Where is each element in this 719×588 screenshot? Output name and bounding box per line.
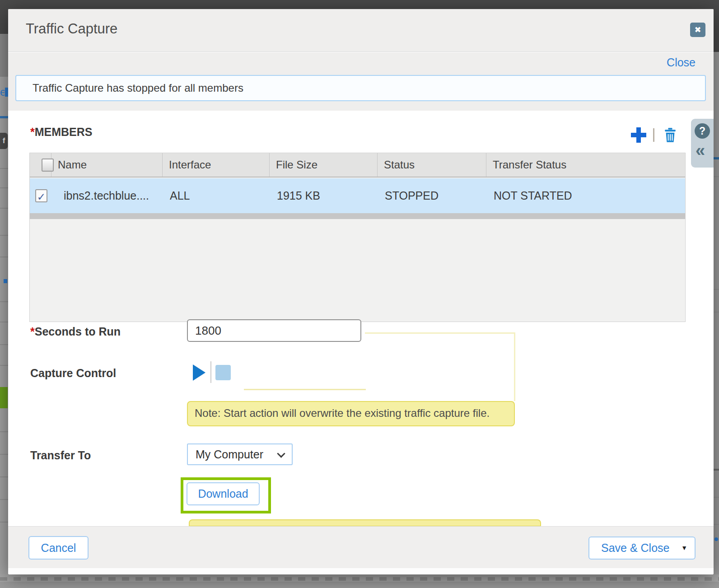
cancel-button[interactable]: Cancel [28, 536, 89, 560]
backdrop-fragment [714, 9, 719, 52]
caret-down-icon[interactable]: ▼ [681, 537, 687, 559]
backdrop-line [0, 187, 8, 188]
backdrop-fragment [714, 537, 718, 541]
backdrop-line [0, 208, 8, 209]
backdrop-line [0, 301, 8, 302]
backdrop-fragment [0, 387, 8, 408]
control-divider [210, 361, 211, 383]
required-marker: * [30, 325, 35, 338]
backdrop-dashed-line [0, 577, 719, 581]
backdrop-fragment [714, 52, 719, 574]
capture-control-label: Capture Control [30, 367, 116, 380]
transfer-to-select[interactable]: My Computer [187, 443, 293, 465]
download-button[interactable]: Download [187, 482, 260, 505]
toolbar-divider [653, 128, 654, 142]
members-table: Name Interface File Size Status Transfer… [29, 153, 686, 322]
overwrite-note: Note: Start action will overwrite the ex… [187, 401, 515, 426]
row-checkbox[interactable]: ✓ [35, 189, 47, 202]
backdrop-line [714, 524, 719, 525]
backdrop-line [0, 168, 8, 169]
cell-status: STOPPED [378, 178, 486, 213]
backdrop-fragment [4, 279, 7, 283]
backdrop-fragment [714, 469, 719, 471]
close-icon[interactable]: ✖ [690, 23, 705, 37]
backdrop-line [0, 257, 8, 257]
help-panel-tab: ? « [691, 119, 714, 168]
backdrop-line [0, 454, 8, 455]
add-member-icon[interactable] [631, 127, 646, 143]
column-header-name[interactable]: Name [51, 153, 163, 177]
backdrop-line [714, 289, 719, 290]
cell-file-size: 1915 KB [270, 178, 378, 213]
backdrop-fragment [0, 9, 8, 34]
chevron-down-icon [277, 449, 285, 457]
dialog-title: Traffic Capture [26, 21, 117, 37]
required-marker: * [30, 126, 35, 138]
clipped-note-top [189, 519, 541, 527]
backdrop-line [0, 476, 8, 477]
members-label-text: MEMBERS [35, 126, 93, 138]
table-empty-area [30, 219, 685, 322]
status-message: Traffic Capture has stopped for all memb… [15, 75, 706, 101]
members-section-label: *MEMBERS [30, 126, 93, 139]
backdrop-line [0, 235, 8, 236]
transfer-to-selected-value: My Computer [196, 448, 263, 461]
highlight-artifact [365, 332, 515, 334]
select-all-cell [30, 153, 51, 177]
column-header-transfer-status[interactable]: Transfer Status [486, 153, 685, 177]
cell-transfer-status: NOT STARTED [486, 178, 685, 213]
stop-capture-icon[interactable] [215, 365, 231, 380]
column-header-file-size[interactable]: File Size [270, 153, 378, 177]
backdrop-fragment [0, 34, 8, 77]
backdrop-fragment [0, 582, 719, 588]
column-header-status[interactable]: Status [378, 153, 486, 177]
checkmark-icon: ✓ [37, 191, 46, 203]
dialog-header: Traffic Capture [8, 9, 714, 52]
save-and-close-button[interactable]: Save & Close ▼ [588, 537, 696, 560]
footer-bottom-strip [8, 568, 714, 574]
backdrop-line [0, 365, 8, 366]
seconds-to-run-label-text: Seconds to Run [35, 325, 121, 338]
row-checkbox-cell: ✓ [30, 178, 51, 213]
cell-name: ibns2.techblue.... [51, 178, 163, 213]
backdrop-line [0, 431, 8, 432]
start-capture-icon[interactable] [193, 364, 205, 381]
horizontal-scrollbar[interactable] [30, 213, 685, 219]
save-and-close-label: Save & Close [601, 541, 669, 554]
backdrop-fragment [0, 116, 8, 118]
seconds-to-run-label: *Seconds to Run [30, 325, 121, 338]
backdrop-top-bar [0, 0, 719, 9]
screen: e f Traffic Capture ✖ Close Traffic Capt… [0, 0, 719, 588]
backdrop-line [0, 522, 8, 523]
backdrop-fragment [5, 88, 8, 97]
delete-member-icon[interactable] [663, 127, 677, 143]
backdrop-text-fragment: e [0, 86, 5, 97]
backdrop-line [0, 499, 8, 500]
table-row[interactable]: ✓ ibns2.techblue.... ALL 1915 KB STOPPED… [30, 178, 685, 213]
backdrop-line [714, 497, 719, 498]
column-header-interface[interactable]: Interface [163, 153, 270, 177]
backdrop-line [0, 344, 8, 345]
help-icon[interactable]: ? [695, 123, 710, 139]
close-link[interactable]: Close [667, 56, 696, 69]
backdrop-line [714, 312, 719, 313]
highlight-artifact [244, 389, 366, 390]
backdrop-fragment [714, 157, 719, 159]
cell-interface: ALL [163, 178, 270, 213]
traffic-capture-dialog: Traffic Capture ✖ Close Traffic Capture … [8, 9, 714, 574]
transfer-to-label: Transfer To [30, 449, 91, 462]
backdrop-line [714, 176, 719, 177]
table-header-row: Name Interface File Size Status Transfer… [30, 153, 685, 177]
backdrop-line [0, 322, 8, 322]
backdrop-tab-fragment: f [0, 133, 8, 149]
seconds-to-run-input[interactable] [187, 319, 361, 342]
highlight-artifact [514, 332, 515, 401]
collapse-panel-icon[interactable]: « [696, 140, 705, 160]
